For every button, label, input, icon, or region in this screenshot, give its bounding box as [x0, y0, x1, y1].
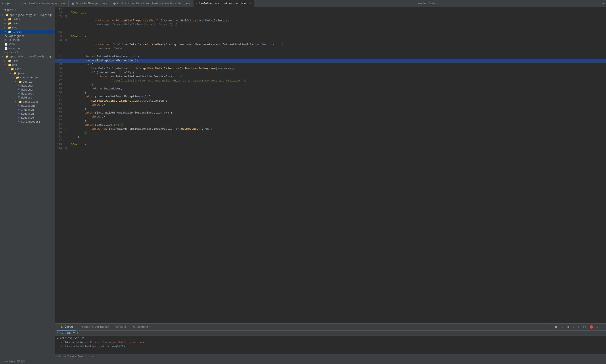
- java-icon: ☕: [22, 2, 23, 5]
- tree-item-logincon[interactable]: C LoginCon: [0, 112, 55, 116]
- folder-icon: 📁: [8, 18, 11, 21]
- tree-item-src1[interactable]: ▶ 📁 src: [0, 26, 55, 30]
- chevron-down-icon: ▾: [14, 2, 16, 5]
- tree-item-mvnw[interactable]: 📄 mvnw: [0, 42, 55, 46]
- tree-label: controller: [23, 101, 39, 104]
- arrow-icon: ▼: [2, 55, 4, 58]
- run-to-cursor-button[interactable]: ⬆↑: [582, 325, 587, 329]
- tree-item-com-example[interactable]: ▼ 📁 com.example: [0, 76, 55, 80]
- tree-item-springsecuri[interactable]: C Springsecuri: [0, 120, 55, 124]
- arrow-icon: ▼: [2, 14, 4, 16]
- code-table: 83 84 @Override 85 ⚫ protected void doAf: [55, 7, 606, 150]
- debug-toolbar: ↩ ⏹ ⏭ ⏸ ⬇ ⬆ ⬆↑ 🔴 ✏ ⋯: [549, 325, 604, 329]
- tab-label: DaoAuthenticationProvider.java: [199, 2, 247, 5]
- tab-provider-manager[interactable]: ⬤ ProviderManager.java: [69, 0, 110, 7]
- reader-mode-area: Reader Mode ✓: [418, 2, 439, 5]
- project-sidebar: Project ▾ ▼ 📁 springsecurity-01 ~/Spring…: [0, 7, 55, 359]
- var-name-providers: this.providers: [64, 341, 86, 344]
- tree-item-main[interactable]: ▼ 📁 main: [0, 67, 55, 71]
- resume-button[interactable]: ⏭: [560, 325, 565, 329]
- tree-label: HelloCont: [21, 104, 35, 108]
- code-line-101: 101 catch (UsernameNotFoundException ex)…: [55, 95, 606, 99]
- tree-item-mylogout[interactable]: C MyLogout: [0, 92, 55, 96]
- arrow-icon: ▼: [7, 68, 10, 70]
- step-into-button[interactable]: ⬇: [572, 325, 576, 329]
- tree-label: com.example: [20, 76, 38, 79]
- debug-panel: 🐛 Debug Threads & Variables Console 🔌 Ac…: [55, 323, 606, 359]
- tree-label: java: [17, 72, 24, 75]
- tab-abstract-user[interactable]: ⬤ AbstractUserDetailsAuthenticationProvi…: [110, 0, 193, 7]
- step-over-button[interactable]: ↩: [549, 325, 552, 329]
- settings-icon[interactable]: ⚙: [77, 331, 78, 335]
- tree-item-indexcon[interactable]: C IndexCon: [0, 108, 55, 112]
- edit-button[interactable]: ✏: [596, 325, 599, 329]
- code-line-103: 103 throw ex;: [55, 103, 606, 107]
- folder-icon: 📁: [13, 72, 17, 75]
- project-title: Project ▾: [2, 2, 19, 5]
- actuator-tab-label: Actuator: [137, 325, 150, 329]
- tree-item-myauther2[interactable]: C MyAuther: [0, 88, 55, 92]
- stop-button[interactable]: ⏹: [553, 325, 558, 329]
- tree-item-websecu[interactable]: C WebSecu: [0, 96, 55, 100]
- more-button[interactable]: ⋯: [601, 325, 604, 329]
- class-icon: C: [18, 121, 20, 123]
- project-header-label: Project ▾: [2, 8, 16, 12]
- java-icon-2: ⬤: [72, 2, 74, 5]
- tree-item-src2[interactable]: ▼ 📁 src: [0, 63, 55, 67]
- step-out-button[interactable]: ⬆: [577, 325, 580, 329]
- debug-tab-debug[interactable]: 🐛 Debug: [57, 324, 76, 331]
- tree-item-mvnwcmd[interactable]: 📄 mvnw.cmd: [0, 46, 55, 51]
- tree-item-controller[interactable]: ▼ 📁 controller: [0, 100, 55, 104]
- debug-var-this[interactable]: ▶ this = {DaoAuthenticationProvider@6971…: [55, 345, 606, 349]
- tree-item-gitignore[interactable]: 🔧 .gitignore: [0, 34, 55, 38]
- code-line-84: 84 @Override: [55, 11, 606, 15]
- var-eq-this: =: [71, 345, 72, 348]
- code-line-94: 94 UserDetails loadedUser = this.getUser…: [55, 67, 606, 71]
- pause-button[interactable]: ⏸: [566, 325, 571, 329]
- actuator-icon: 🔌: [133, 325, 136, 329]
- tab-auth-manager[interactable]: ☕ AuthenticationManager.java: [19, 0, 69, 7]
- reader-mode-label: Reader Mode: [418, 2, 435, 5]
- tree-item-config[interactable]: ▼ 📁 config: [0, 80, 55, 84]
- debug-frame-row[interactable]: ▶ retrieveUser:92,: [55, 336, 606, 340]
- more-tabs-button[interactable]: ⋯: [603, 2, 604, 5]
- arrow-icon: ▶: [4, 22, 7, 25]
- tree-item-pom[interactable]: m pom.xml: [0, 51, 55, 54]
- threads-tab-label: Threads & Variables: [79, 325, 109, 329]
- frame-switcher: Switch frames from ... ×: [55, 354, 606, 359]
- class-icon: C: [18, 113, 20, 115]
- debug-tab-actuator[interactable]: 🔌 Actuator: [130, 324, 153, 331]
- tree-item-target[interactable]: ▼ 📁 target: [0, 30, 55, 34]
- tree-item-idea[interactable]: ▶ 📁 .idea: [0, 17, 55, 21]
- close-icon[interactable]: ×: [249, 2, 251, 5]
- code-container[interactable]: 83 84 @Override 85 ⚫ protected void doAf: [55, 7, 606, 323]
- tree-item-logoutco[interactable]: C LogoutCo: [0, 116, 55, 120]
- tree-item-mvn2[interactable]: ▶ 📁 .mvn: [0, 59, 55, 63]
- debug-tab-threads[interactable]: Threads & Variables: [76, 324, 112, 331]
- tree-label: .gitignore: [9, 35, 25, 38]
- tree-item-mvn1[interactable]: ▶ 📁 .mvn: [0, 21, 55, 26]
- tree-item-help[interactable]: M↓ HELP.md: [0, 38, 55, 42]
- tree-item-myauther1[interactable]: C MyAuther: [0, 84, 55, 88]
- filter-icon[interactable]: ▼: [73, 332, 75, 335]
- code-line-109: 109 | throw new InternalAuthenticationSe…: [55, 127, 606, 131]
- tab-dao-auth[interactable]: ☕ DaoAuthenticationProvider.java ×: [193, 0, 254, 7]
- expand-arrow: ▶: [57, 337, 59, 340]
- tree-item-java[interactable]: ▼ 📁 java: [0, 71, 55, 76]
- close-frame-button[interactable]: ×: [92, 355, 93, 358]
- code-line-106: 106 throw ex;: [55, 115, 606, 119]
- code-line-102: 102 mitigateAgainstTimingAttack(authenti…: [55, 99, 606, 103]
- tree-item-springsecurity-01[interactable]: ▼ 📁 springsecurity-01 ~/Spring:: [0, 13, 55, 17]
- tree-label: LoginCon: [21, 112, 34, 116]
- mute-breakpoints-button[interactable]: 🔴: [589, 325, 594, 329]
- code-line-88: 88: [55, 31, 606, 35]
- code-line-99: 99 return loadedUser;: [55, 87, 606, 91]
- debug-var-providers[interactable]: ⊗ this.providers = No such instance fiel…: [55, 340, 606, 345]
- sidebar-header: Project ▾: [0, 7, 55, 13]
- code-line-114: 114 ⚫: [55, 147, 606, 150]
- tree-label: mvnw: [9, 43, 15, 46]
- debug-tab-console[interactable]: Console: [112, 324, 130, 331]
- tree-item-hellocont[interactable]: C HelloCont: [0, 104, 55, 108]
- tree-item-springsecurity-02[interactable]: ▼ 📁 springsecurity-02 ~/Spring: [0, 54, 55, 59]
- var-eq: =: [87, 341, 89, 344]
